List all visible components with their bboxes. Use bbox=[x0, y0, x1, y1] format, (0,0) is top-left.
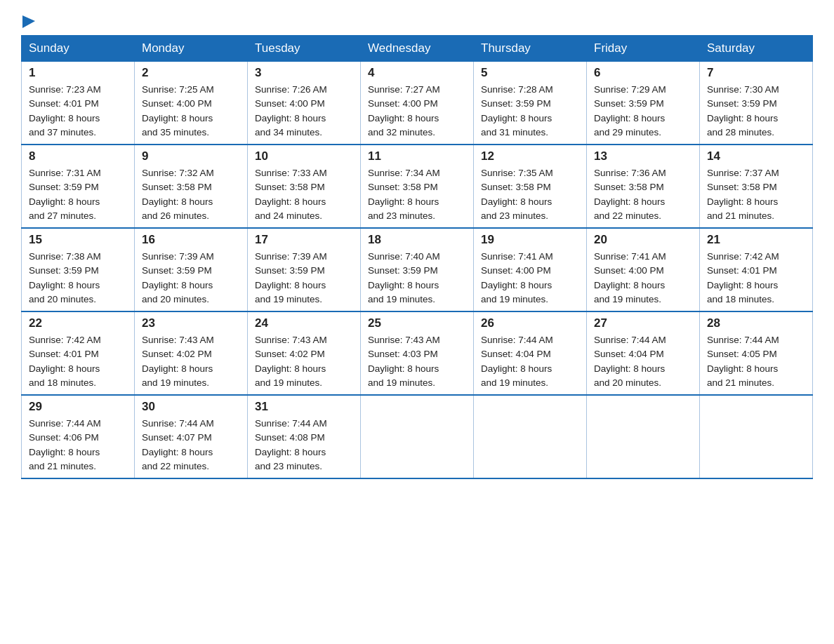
day-number: 2 bbox=[142, 66, 240, 80]
calendar-header-row: SundayMondayTuesdayWednesdayThursdayFrid… bbox=[22, 36, 813, 62]
day-info: Sunrise: 7:44 AM Sunset: 4:08 PM Dayligh… bbox=[255, 417, 353, 474]
day-number: 22 bbox=[29, 316, 127, 330]
day-number: 17 bbox=[255, 233, 353, 247]
day-number: 19 bbox=[481, 233, 579, 247]
day-number: 12 bbox=[481, 149, 579, 163]
day-number: 6 bbox=[594, 66, 692, 80]
day-info: Sunrise: 7:37 AM Sunset: 3:58 PM Dayligh… bbox=[707, 166, 805, 223]
calendar-cell: 21 Sunrise: 7:42 AM Sunset: 4:01 PM Dayl… bbox=[700, 228, 813, 311]
day-number: 30 bbox=[142, 400, 240, 414]
calendar-cell bbox=[587, 395, 700, 478]
calendar-cell: 15 Sunrise: 7:38 AM Sunset: 3:59 PM Dayl… bbox=[22, 228, 135, 311]
col-header-monday: Monday bbox=[135, 36, 248, 62]
day-number: 11 bbox=[368, 149, 466, 163]
col-header-friday: Friday bbox=[587, 36, 700, 62]
calendar-cell: 24 Sunrise: 7:43 AM Sunset: 4:02 PM Dayl… bbox=[248, 311, 361, 395]
logo-general-text bbox=[21, 14, 38, 31]
calendar-week-row: 15 Sunrise: 7:38 AM Sunset: 3:59 PM Dayl… bbox=[22, 228, 813, 311]
day-number: 25 bbox=[368, 316, 466, 330]
day-info: Sunrise: 7:41 AM Sunset: 4:00 PM Dayligh… bbox=[481, 250, 579, 307]
day-number: 28 bbox=[707, 316, 805, 330]
calendar-cell: 1 Sunrise: 7:23 AM Sunset: 4:01 PM Dayli… bbox=[22, 62, 135, 145]
day-number: 8 bbox=[29, 149, 127, 163]
day-number: 18 bbox=[368, 233, 466, 247]
day-info: Sunrise: 7:33 AM Sunset: 3:58 PM Dayligh… bbox=[255, 166, 353, 223]
day-number: 13 bbox=[594, 149, 692, 163]
logo-triangle-icon bbox=[22, 15, 38, 31]
col-header-wednesday: Wednesday bbox=[361, 36, 474, 62]
calendar-cell: 26 Sunrise: 7:44 AM Sunset: 4:04 PM Dayl… bbox=[474, 311, 587, 395]
day-info: Sunrise: 7:23 AM Sunset: 4:01 PM Dayligh… bbox=[29, 83, 127, 140]
calendar-cell: 29 Sunrise: 7:44 AM Sunset: 4:06 PM Dayl… bbox=[22, 395, 135, 478]
day-number: 26 bbox=[481, 316, 579, 330]
day-number: 24 bbox=[255, 316, 353, 330]
calendar-week-row: 22 Sunrise: 7:42 AM Sunset: 4:01 PM Dayl… bbox=[22, 311, 813, 395]
calendar-cell: 10 Sunrise: 7:33 AM Sunset: 3:58 PM Dayl… bbox=[248, 145, 361, 228]
calendar-cell: 19 Sunrise: 7:41 AM Sunset: 4:00 PM Dayl… bbox=[474, 228, 587, 311]
day-info: Sunrise: 7:28 AM Sunset: 3:59 PM Dayligh… bbox=[481, 83, 579, 140]
calendar-cell: 27 Sunrise: 7:44 AM Sunset: 4:04 PM Dayl… bbox=[587, 311, 700, 395]
calendar-cell: 7 Sunrise: 7:30 AM Sunset: 3:59 PM Dayli… bbox=[700, 62, 813, 145]
calendar-cell: 11 Sunrise: 7:34 AM Sunset: 3:58 PM Dayl… bbox=[361, 145, 474, 228]
day-info: Sunrise: 7:39 AM Sunset: 3:59 PM Dayligh… bbox=[142, 250, 240, 307]
day-info: Sunrise: 7:30 AM Sunset: 3:59 PM Dayligh… bbox=[707, 83, 805, 140]
day-number: 16 bbox=[142, 233, 240, 247]
calendar-cell: 23 Sunrise: 7:43 AM Sunset: 4:02 PM Dayl… bbox=[135, 311, 248, 395]
day-info: Sunrise: 7:40 AM Sunset: 3:59 PM Dayligh… bbox=[368, 250, 466, 307]
calendar-cell: 31 Sunrise: 7:44 AM Sunset: 4:08 PM Dayl… bbox=[248, 395, 361, 478]
calendar-cell: 17 Sunrise: 7:39 AM Sunset: 3:59 PM Dayl… bbox=[248, 228, 361, 311]
calendar-table: SundayMondayTuesdayWednesdayThursdayFrid… bbox=[21, 35, 813, 479]
day-info: Sunrise: 7:43 AM Sunset: 4:02 PM Dayligh… bbox=[255, 333, 353, 390]
day-number: 10 bbox=[255, 149, 353, 163]
day-number: 31 bbox=[255, 400, 353, 414]
day-number: 14 bbox=[707, 149, 805, 163]
day-number: 15 bbox=[29, 233, 127, 247]
day-number: 1 bbox=[29, 66, 127, 80]
calendar-cell: 12 Sunrise: 7:35 AM Sunset: 3:58 PM Dayl… bbox=[474, 145, 587, 228]
day-info: Sunrise: 7:27 AM Sunset: 4:00 PM Dayligh… bbox=[368, 83, 466, 140]
day-info: Sunrise: 7:32 AM Sunset: 3:58 PM Dayligh… bbox=[142, 166, 240, 223]
day-info: Sunrise: 7:43 AM Sunset: 4:02 PM Dayligh… bbox=[142, 333, 240, 390]
col-header-thursday: Thursday bbox=[474, 36, 587, 62]
svg-marker-0 bbox=[22, 15, 35, 28]
day-info: Sunrise: 7:43 AM Sunset: 4:03 PM Dayligh… bbox=[368, 333, 466, 390]
col-header-sunday: Sunday bbox=[22, 36, 135, 62]
calendar-cell: 20 Sunrise: 7:41 AM Sunset: 4:00 PM Dayl… bbox=[587, 228, 700, 311]
calendar-week-row: 1 Sunrise: 7:23 AM Sunset: 4:01 PM Dayli… bbox=[22, 62, 813, 145]
calendar-cell: 14 Sunrise: 7:37 AM Sunset: 3:58 PM Dayl… bbox=[700, 145, 813, 228]
day-info: Sunrise: 7:44 AM Sunset: 4:04 PM Dayligh… bbox=[481, 333, 579, 390]
day-number: 7 bbox=[707, 66, 805, 80]
calendar-cell: 2 Sunrise: 7:25 AM Sunset: 4:00 PM Dayli… bbox=[135, 62, 248, 145]
calendar-cell bbox=[700, 395, 813, 478]
calendar-cell: 18 Sunrise: 7:40 AM Sunset: 3:59 PM Dayl… bbox=[361, 228, 474, 311]
calendar-cell: 5 Sunrise: 7:28 AM Sunset: 3:59 PM Dayli… bbox=[474, 62, 587, 145]
col-header-tuesday: Tuesday bbox=[248, 36, 361, 62]
col-header-saturday: Saturday bbox=[700, 36, 813, 62]
day-info: Sunrise: 7:42 AM Sunset: 4:01 PM Dayligh… bbox=[707, 250, 805, 307]
calendar-cell: 6 Sunrise: 7:29 AM Sunset: 3:59 PM Dayli… bbox=[587, 62, 700, 145]
day-info: Sunrise: 7:34 AM Sunset: 3:58 PM Dayligh… bbox=[368, 166, 466, 223]
day-info: Sunrise: 7:44 AM Sunset: 4:06 PM Dayligh… bbox=[29, 417, 127, 474]
calendar-week-row: 8 Sunrise: 7:31 AM Sunset: 3:59 PM Dayli… bbox=[22, 145, 813, 228]
day-number: 4 bbox=[368, 66, 466, 80]
day-info: Sunrise: 7:35 AM Sunset: 3:58 PM Dayligh… bbox=[481, 166, 579, 223]
day-number: 9 bbox=[142, 149, 240, 163]
day-info: Sunrise: 7:44 AM Sunset: 4:05 PM Dayligh… bbox=[707, 333, 805, 390]
page-header bbox=[21, 14, 813, 28]
day-number: 3 bbox=[255, 66, 353, 80]
day-number: 29 bbox=[29, 400, 127, 414]
day-info: Sunrise: 7:38 AM Sunset: 3:59 PM Dayligh… bbox=[29, 250, 127, 307]
logo bbox=[21, 14, 38, 28]
calendar-cell bbox=[474, 395, 587, 478]
day-info: Sunrise: 7:36 AM Sunset: 3:58 PM Dayligh… bbox=[594, 166, 692, 223]
calendar-cell: 25 Sunrise: 7:43 AM Sunset: 4:03 PM Dayl… bbox=[361, 311, 474, 395]
calendar-cell: 28 Sunrise: 7:44 AM Sunset: 4:05 PM Dayl… bbox=[700, 311, 813, 395]
day-info: Sunrise: 7:25 AM Sunset: 4:00 PM Dayligh… bbox=[142, 83, 240, 140]
day-info: Sunrise: 7:26 AM Sunset: 4:00 PM Dayligh… bbox=[255, 83, 353, 140]
calendar-cell: 30 Sunrise: 7:44 AM Sunset: 4:07 PM Dayl… bbox=[135, 395, 248, 478]
day-info: Sunrise: 7:39 AM Sunset: 3:59 PM Dayligh… bbox=[255, 250, 353, 307]
calendar-cell: 22 Sunrise: 7:42 AM Sunset: 4:01 PM Dayl… bbox=[22, 311, 135, 395]
day-info: Sunrise: 7:29 AM Sunset: 3:59 PM Dayligh… bbox=[594, 83, 692, 140]
day-number: 21 bbox=[707, 233, 805, 247]
day-info: Sunrise: 7:42 AM Sunset: 4:01 PM Dayligh… bbox=[29, 333, 127, 390]
